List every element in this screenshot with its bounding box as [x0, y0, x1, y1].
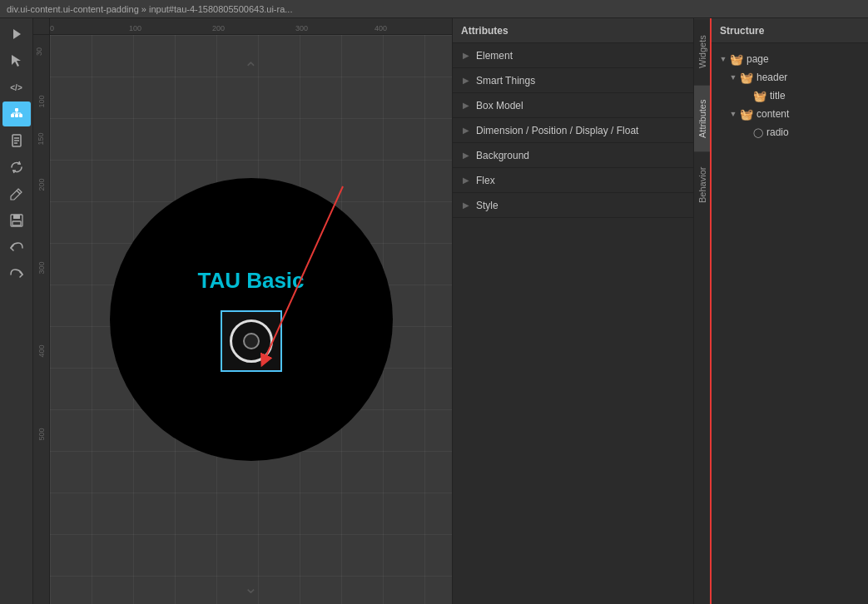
attr-arrow-element: ▶	[461, 51, 471, 61]
tree-label-title: title	[770, 90, 786, 101]
device-title: TAU Basic	[197, 268, 304, 294]
ruler-mark-0: 0	[50, 24, 54, 32]
tree-item-page[interactable]: ▼ 🧺 page	[715, 50, 865, 68]
tree-button[interactable]	[2, 101, 31, 126]
ruler-mark-300: 300	[295, 24, 308, 32]
tab-behavior-label: Behavior	[697, 167, 707, 203]
tree-label-radio: radio	[766, 126, 789, 138]
tree-container: ▼ 🧺 page ▼ 🧺 header ▶ 🧺 title ▼ 🧺 conten…	[712, 43, 868, 604]
attr-section-dimension[interactable]: ▶ Dimension / Position / Display / Float	[453, 118, 693, 143]
attr-arrow-background: ▶	[461, 151, 471, 161]
svg-rect-17	[12, 221, 21, 225]
main-layout: </>	[0, 18, 868, 604]
attr-arrow-flex: ▶	[461, 176, 471, 186]
attributes-panel: Attributes ▶ Element ▶ Smart Things ▶ Bo…	[452, 18, 693, 604]
attr-label-boxmodel: Box Model	[476, 100, 523, 111]
attributes-title: Attributes	[461, 25, 508, 37]
svg-rect-3	[11, 114, 14, 117]
tree-item-content[interactable]: ▼ 🧺 content	[715, 105, 865, 123]
svg-line-14	[17, 191, 20, 194]
tree-icon-title: 🧺	[753, 90, 766, 102]
page-button[interactable]	[2, 128, 31, 153]
ruler-mark-400: 400	[374, 24, 387, 32]
attr-label-style: Style	[476, 200, 498, 211]
ruler-mark-400-l: 400	[37, 344, 46, 357]
svg-rect-4	[15, 114, 18, 117]
code-button[interactable]: </>	[2, 75, 31, 100]
tree-toggle-page[interactable]: ▼	[718, 54, 728, 64]
ruler-mark-200: 200	[212, 24, 225, 32]
canvas-nav-down[interactable]: ⌄	[244, 577, 258, 597]
redo-button[interactable]	[2, 261, 31, 286]
attr-arrow-style: ▶	[461, 201, 471, 210]
ruler-mark-200-l: 200	[37, 178, 46, 191]
attr-label-flex: Flex	[476, 175, 495, 186]
attr-section-boxmodel[interactable]: ▶ Box Model	[453, 93, 693, 118]
canvas-area: 0 100 200 300 400 30 100 150 200 300 400…	[33, 18, 452, 604]
tree-toggle-content[interactable]: ▼	[728, 109, 738, 119]
canvas-content: ⌃ TAU Basic	[50, 35, 452, 604]
cursor-button[interactable]	[2, 48, 31, 73]
tree-icon-radio: ◯	[753, 127, 763, 138]
attr-section-style[interactable]: ▶ Style	[453, 193, 693, 218]
structure-title: Structure	[720, 25, 764, 37]
attr-label-dimension: Dimension / Position / Display / Float	[476, 125, 638, 136]
tree-item-radio[interactable]: ▶ ◯ radio	[715, 123, 865, 141]
radio-inner	[230, 319, 273, 363]
attr-section-element[interactable]: ▶ Element	[453, 43, 693, 68]
tab-behavior[interactable]: Behavior	[694, 151, 710, 218]
attr-arrow-boxmodel: ▶	[461, 101, 471, 111]
device-preview: TAU Basic	[110, 178, 393, 461]
tab-widgets-label: Widgets	[697, 36, 707, 69]
breadcrumb-text: div.ui-content.ui-content-padding » inpu…	[7, 4, 292, 14]
save-button[interactable]	[2, 208, 31, 233]
attr-section-smartthings[interactable]: ▶ Smart Things	[453, 68, 693, 93]
breadcrumb: div.ui-content.ui-content-padding » inpu…	[7, 4, 292, 14]
attr-arrow-smartthings: ▶	[461, 76, 471, 86]
tree-label-header: header	[756, 72, 787, 83]
play-button[interactable]	[2, 22, 31, 47]
svg-rect-5	[19, 114, 22, 117]
tree-icon-page: 🧺	[730, 53, 743, 66]
svg-rect-2	[15, 108, 18, 111]
tab-attributes[interactable]: Attributes	[694, 85, 710, 151]
ruler-mark-30: 30	[35, 47, 43, 56]
tree-item-header[interactable]: ▼ 🧺 header	[715, 68, 865, 87]
undo-button[interactable]	[2, 235, 31, 260]
ruler-mark-500: 500	[37, 428, 46, 440]
svg-marker-1	[12, 55, 21, 67]
tab-attributes-label: Attributes	[697, 99, 707, 137]
structure-header: Structure	[712, 18, 868, 43]
side-tabs: Widgets Attributes Behavior	[693, 18, 710, 604]
svg-rect-16	[13, 215, 20, 219]
left-toolbar: </>	[0, 18, 33, 604]
svg-marker-0	[13, 29, 21, 39]
structure-panel: Structure ▼ 🧺 page ▼ 🧺 header ▶ 🧺 title	[710, 18, 868, 604]
tree-toggle-header[interactable]: ▼	[728, 72, 738, 82]
attr-label-smartthings: Smart Things	[476, 75, 535, 87]
attr-section-flex[interactable]: ▶ Flex	[453, 168, 693, 193]
pencil-button[interactable]	[2, 181, 31, 206]
radio-dot	[243, 333, 260, 349]
radio-widget[interactable]	[221, 310, 282, 372]
tab-widgets[interactable]: Widgets	[694, 18, 710, 85]
attr-label-element: Element	[476, 50, 513, 62]
ruler-mark-100-l: 100	[37, 95, 46, 107]
ruler-mark-100: 100	[129, 24, 141, 32]
attr-label-background: Background	[476, 150, 529, 161]
tree-icon-header: 🧺	[740, 72, 753, 84]
tree-label-page: page	[746, 53, 769, 65]
attributes-panel-header: Attributes	[453, 18, 693, 43]
attr-arrow-dimension: ▶	[461, 126, 471, 136]
canvas-nav-up[interactable]: ⌃	[244, 58, 258, 78]
tree-item-title[interactable]: ▶ 🧺 title	[715, 87, 865, 105]
attr-section-background[interactable]: ▶ Background	[453, 143, 693, 168]
ruler-mark-150: 150	[37, 132, 45, 145]
ruler-mark-300-l: 300	[37, 261, 46, 274]
ruler-top: 0 100 200 300 400	[50, 18, 452, 35]
tree-label-content: content	[756, 108, 789, 120]
tree-icon-content: 🧺	[740, 108, 753, 121]
device-circle: TAU Basic	[110, 178, 393, 461]
ruler-corner	[33, 18, 50, 35]
sync-button[interactable]	[2, 155, 31, 180]
